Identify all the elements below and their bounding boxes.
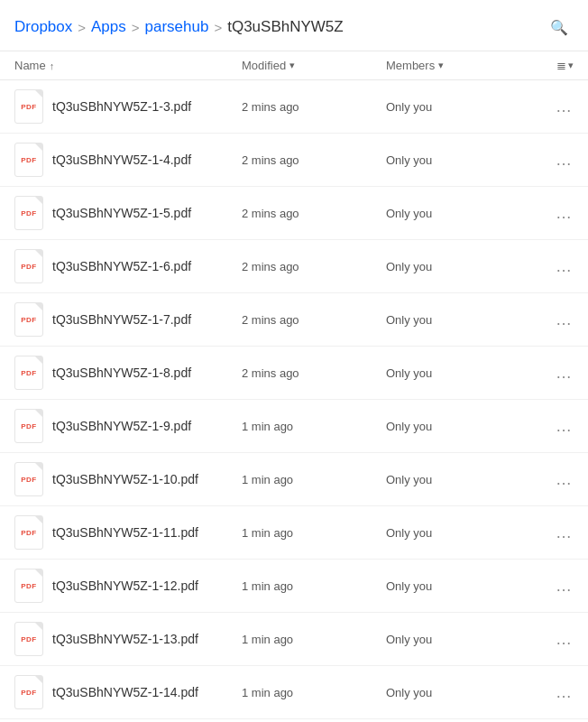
file-actions-button[interactable]: … [530,470,574,489]
file-actions-button[interactable]: … [530,683,574,702]
file-members: Only you [386,153,530,167]
file-members: Only you [386,579,530,593]
file-members: Only you [386,420,530,433]
column-headers: Name ↑ Modified ▾ Members ▾ ≣ ▾ [0,51,588,80]
table-row: tQ3uSBhNYW5Z-1-12.pdf 1 min ago Only you… [0,560,588,613]
pdf-icon [14,462,43,496]
breadcrumb-parsehub[interactable]: parsehub [145,18,209,36]
file-list: tQ3uSBhNYW5Z-1-3.pdf 2 mins ago Only you… [0,80,588,722]
file-name-cell[interactable]: tQ3uSBhNYW5Z-1-4.pdf [14,143,242,177]
table-row: tQ3uSBhNYW5Z-1-14.pdf 1 min ago Only you… [0,666,588,719]
file-actions-button[interactable]: … [530,151,574,170]
file-modified: 2 mins ago [242,313,386,327]
table-row: tQ3uSBhNYW5Z-1-3.pdf 2 mins ago Only you… [0,80,588,134]
file-name: tQ3uSBhNYW5Z-1-14.pdf [52,685,198,699]
breadcrumb-apps[interactable]: Apps [91,18,126,36]
pdf-icon [14,302,43,337]
header: Dropbox > Apps > parsehub > tQ3uSBhNYW5Z… [0,0,588,51]
breadcrumb-dropbox[interactable]: Dropbox [14,18,72,36]
pdf-icon [14,675,43,709]
file-name-cell[interactable]: tQ3uSBhNYW5Z-1-5.pdf [14,196,242,230]
file-modified: 2 mins ago [242,153,386,167]
file-actions-button[interactable]: … [530,364,574,383]
col-members-label: Members [386,59,435,72]
file-name-cell[interactable]: tQ3uSBhNYW5Z-1-10.pdf [14,462,242,496]
col-members[interactable]: Members ▾ [386,59,530,72]
breadcrumb-sep-2: > [132,20,140,35]
file-modified: 1 min ago [242,633,386,646]
file-modified: 1 min ago [242,420,386,433]
file-name-cell[interactable]: tQ3uSBhNYW5Z-1-8.pdf [14,356,242,390]
breadcrumb-sep-3: > [214,20,222,35]
file-modified: 2 mins ago [242,366,386,380]
table-row: tQ3uSBhNYW5Z-1-8.pdf 2 mins ago Only you… [0,347,588,400]
file-members: Only you [386,473,530,486]
col-modified-sort-icon: ▾ [289,60,295,71]
pdf-icon [14,622,43,656]
file-name: tQ3uSBhNYW5Z-1-8.pdf [52,366,191,380]
file-name: tQ3uSBhNYW5Z-1-3.pdf [52,99,191,114]
file-name-cell[interactable]: tQ3uSBhNYW5Z-1-14.pdf [14,675,242,709]
pdf-icon [14,249,43,283]
file-members: Only you [386,260,530,273]
file-modified: 1 min ago [242,473,386,486]
table-row: tQ3uSBhNYW5Z-1-4.pdf 2 mins ago Only you… [0,134,588,187]
pdf-icon [14,569,43,603]
file-name-cell[interactable]: tQ3uSBhNYW5Z-1-3.pdf [14,89,242,124]
table-row: tQ3uSBhNYW5Z-1-5.pdf 2 mins ago Only you… [0,187,588,240]
file-modified: 2 mins ago [242,207,386,220]
file-actions-button[interactable]: … [530,417,574,436]
pdf-icon [14,196,43,230]
search-icon: 🔍 [550,19,568,36]
col-view-toggle[interactable]: ≣ ▾ [530,59,574,72]
file-actions-button[interactable]: … [530,204,574,223]
table-row: tQ3uSBhNYW5Z-1-7.pdf 2 mins ago Only you… [0,293,588,347]
file-actions-button[interactable]: … [530,257,574,276]
file-members: Only you [386,526,530,540]
breadcrumb-sep-1: > [78,20,86,35]
col-name-sort-icon: ↑ [50,60,55,71]
file-name-cell[interactable]: tQ3uSBhNYW5Z-1-9.pdf [14,409,242,443]
file-modified: 1 min ago [242,686,386,699]
pdf-icon [14,409,43,443]
file-actions-button[interactable]: … [530,97,574,116]
file-name-cell[interactable]: tQ3uSBhNYW5Z-1-7.pdf [14,302,242,337]
file-name-cell[interactable]: tQ3uSBhNYW5Z-1-6.pdf [14,249,242,283]
file-members: Only you [386,366,530,380]
table-row: tQ3uSBhNYW5Z-1-10.pdf 1 min ago Only you… [0,453,588,506]
breadcrumb: Dropbox > Apps > parsehub > tQ3uSBhNYW5Z [14,18,344,36]
col-name[interactable]: Name ↑ [14,59,242,72]
col-modified-label: Modified [242,59,286,72]
file-name-cell[interactable]: tQ3uSBhNYW5Z-1-11.pdf [14,515,242,550]
file-name: tQ3uSBhNYW5Z-1-9.pdf [52,419,191,433]
pdf-icon [14,356,43,390]
file-members: Only you [386,686,530,699]
file-name: tQ3uSBhNYW5Z-1-10.pdf [52,472,198,486]
pdf-icon [14,143,43,177]
file-members: Only you [386,100,530,114]
file-actions-button[interactable]: … [530,577,574,596]
file-name: tQ3uSBhNYW5Z-1-11.pdf [52,525,198,540]
table-row: tQ3uSBhNYW5Z-1-6.pdf 2 mins ago Only you… [0,240,588,293]
search-button[interactable]: 🔍 [545,13,574,42]
table-row: tQ3uSBhNYW5Z-1-13.pdf 1 min ago Only you… [0,613,588,666]
file-actions-button[interactable]: … [530,523,574,542]
col-name-label: Name [14,59,46,72]
col-view-arrow: ▾ [568,60,574,71]
file-name-cell[interactable]: tQ3uSBhNYW5Z-1-13.pdf [14,622,242,656]
file-members: Only you [386,207,530,220]
file-name: tQ3uSBhNYW5Z-1-12.pdf [52,579,198,593]
file-name: tQ3uSBhNYW5Z-1-13.pdf [52,632,198,646]
file-name: tQ3uSBhNYW5Z-1-4.pdf [52,153,191,167]
col-members-sort-icon: ▾ [438,60,444,71]
col-modified[interactable]: Modified ▾ [242,59,386,72]
file-name-cell[interactable]: tQ3uSBhNYW5Z-1-12.pdf [14,569,242,603]
pdf-icon [14,89,43,124]
file-actions-button[interactable]: … [530,310,574,329]
table-row: tQ3uSBhNYW5Z-1-9.pdf 1 min ago Only you … [0,400,588,453]
file-modified: 1 min ago [242,526,386,540]
file-modified: 1 min ago [242,579,386,593]
table-row: tQ3uSBhNYW5Z-1-11.pdf 1 min ago Only you… [0,506,588,560]
file-actions-button[interactable]: … [530,630,574,649]
file-modified: 2 mins ago [242,100,386,114]
